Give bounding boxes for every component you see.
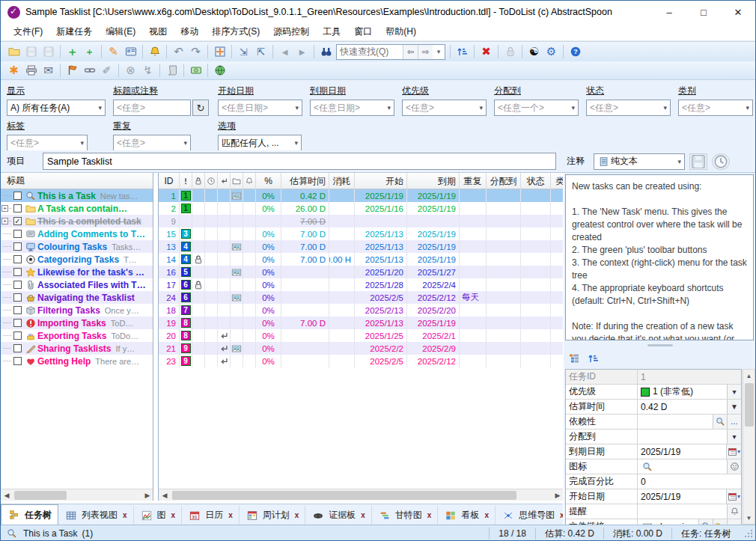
percent-done-value[interactable]: 0 — [638, 474, 741, 489]
close-tab-icon[interactable]: x — [295, 511, 299, 519]
open-tasklist-button[interactable] — [5, 43, 22, 60]
close-tab-icon[interactable]: x — [361, 511, 365, 519]
close-tab-icon[interactable]: x — [427, 511, 432, 519]
menu-item-0[interactable]: 文件(F) — [7, 23, 49, 40]
project-input[interactable] — [43, 153, 556, 170]
task-row-data[interactable]: 16 5 0% 2025/1/20 2025/1/27 — [159, 266, 563, 278]
spinner-icon[interactable]: ▼ — [727, 400, 741, 414]
menu-item-5[interactable]: 排序方式(S) — [205, 23, 266, 40]
find-prev-button[interactable]: ⇦ — [403, 45, 418, 59]
task-row-title[interactable]: Exporting Tasks ToDo… — [1, 329, 153, 342]
close-tab-icon[interactable]: x — [171, 511, 176, 519]
menu-item-6[interactable]: 源码控制 — [266, 23, 316, 40]
tab-weekplan[interactable]: 周计划 x — [240, 506, 306, 525]
smiley-icon[interactable] — [727, 459, 741, 474]
task-checkbox[interactable] — [13, 331, 22, 340]
task-checkbox[interactable] — [13, 344, 22, 352]
calendar-icon[interactable]: ▾ — [726, 444, 741, 459]
scroll-right-icon[interactable]: ▶ — [141, 489, 153, 501]
column-header-category[interactable]: 类别 — [551, 173, 563, 189]
help-button[interactable]: ? — [567, 43, 584, 60]
task-row-title[interactable]: Likewise for the task's … — [1, 266, 153, 278]
task-checkbox[interactable] — [13, 230, 22, 238]
task-row-title[interactable]: + ✓ This is a completed task — [1, 215, 153, 227]
task-row-data[interactable]: 21 9 0% 2025/2/2 2025/2/9 — [159, 342, 563, 355]
redo-button[interactable]: ↷ — [187, 43, 204, 60]
task-row-title[interactable]: Sharing Tasklists If y… — [1, 342, 153, 355]
task-checkbox[interactable] — [13, 357, 22, 365]
web-updates-button[interactable] — [211, 62, 228, 79]
quick-find-dropdown[interactable]: ▾ — [433, 45, 445, 59]
task-checkbox[interactable] — [13, 306, 22, 314]
task-checkbox[interactable] — [13, 204, 22, 213]
new-tasklist-button[interactable]: ✱ — [5, 62, 22, 79]
tab-mindmap[interactable]: 思维导图 x — [496, 506, 563, 525]
print-button[interactable] — [22, 62, 40, 79]
start-date-value[interactable]: 2025/1/19 — [638, 489, 726, 504]
magnifier-icon[interactable] — [698, 519, 713, 525]
filter-tag-select[interactable]: <任意> ▾ — [7, 135, 88, 151]
task-row-data[interactable]: 9 7.00 D — [159, 215, 563, 227]
resize-grip[interactable] — [743, 528, 754, 539]
column-header-due[interactable]: 到期 — [407, 173, 460, 189]
toggle-style-button[interactable]: ☯ — [525, 43, 543, 60]
refresh-icon[interactable]: ↻ — [192, 100, 209, 116]
chevron-down-icon[interactable]: ▾ — [727, 430, 741, 444]
task-row-data[interactable]: 1 1 0% 0.42 D 2025/1/19 2025/1/19 — [159, 189, 563, 202]
column-header-percent[interactable]: % — [256, 173, 281, 189]
chevron-down-icon[interactable]: ▾ — [727, 519, 741, 525]
column-header-estimate[interactable]: 估算时间 — [281, 173, 329, 189]
delete-task-button[interactable]: ✖ — [478, 43, 495, 60]
column-header-folderh[interactable] — [231, 173, 243, 189]
task-row-title[interactable]: Associated Files with T… — [1, 278, 153, 291]
tab-gantt[interactable]: 甘特图 x — [372, 506, 439, 525]
title-column-header[interactable]: 标题 — [1, 173, 153, 189]
menu-item-2[interactable]: 编辑(E) — [99, 23, 142, 40]
tab-evidence-board[interactable]: 证据板 x — [305, 506, 372, 525]
maximize-button[interactable]: □ — [686, 1, 721, 23]
task-checkbox[interactable]: ✓ — [13, 217, 22, 225]
filter-allocto-select[interactable]: <任意一个> ▾ — [494, 100, 579, 116]
due-date-value[interactable]: 2025/1/19 — [638, 444, 726, 459]
filter-title-select[interactable]: <任意> — [113, 100, 191, 116]
scroll-down-icon[interactable]: ▼ — [743, 512, 755, 524]
indent-task-button[interactable]: ⇲ — [235, 43, 252, 60]
cleanup-button[interactable]: ✐ — [98, 62, 115, 79]
edit-task-title-button[interactable]: ✎ — [105, 43, 122, 60]
preferences-button[interactable]: ⚙ — [543, 43, 560, 60]
calendar-icon[interactable]: ▾ — [726, 489, 741, 504]
find-next-button[interactable]: ⇨ — [418, 45, 433, 59]
task-checkbox[interactable] — [13, 281, 22, 289]
task-row-data[interactable]: 17 6 0% 2025/1/28 2025/2/4 — [159, 278, 563, 291]
task-row-data[interactable]: 14 4 0% 7.00 D 0.00 H 2025/1/13 2025/1/1… — [159, 253, 563, 266]
menu-item-4[interactable]: 移动 — [174, 23, 205, 40]
dependency-value[interactable] — [638, 415, 713, 429]
group-attributes-button[interactable] — [567, 351, 582, 366]
filter-priority-select[interactable]: <任意> ▾ — [402, 100, 487, 116]
tree-horizontal-scrollbar[interactable]: ◀ ▶ — [1, 489, 153, 501]
comments-expand-button[interactable] — [712, 153, 730, 170]
filter-status-select[interactable]: <任意> ▾ — [586, 100, 671, 116]
column-header-recurrence[interactable]: 重复 — [460, 173, 487, 189]
column-header-spent[interactable]: 消耗 — [329, 173, 355, 189]
task-attributes-button[interactable] — [122, 43, 139, 60]
prev-task-button[interactable]: ◀ — [276, 43, 293, 60]
menu-item-3[interactable]: 视图 — [142, 23, 174, 40]
tab-tasktree[interactable]: 任务树 — [1, 504, 58, 525]
tab-calendar[interactable]: 31 日历 x — [182, 506, 240, 525]
reminder-value[interactable] — [638, 504, 727, 519]
task-checkbox[interactable] — [13, 293, 22, 302]
task-row-title[interactable]: + A Task can contain… — [1, 202, 153, 215]
task-id-value[interactable]: 1 — [638, 370, 741, 384]
comments-save-button[interactable] — [689, 153, 707, 170]
scroll-right-icon[interactable]: ▶ — [552, 489, 563, 501]
find-tasks-button[interactable] — [317, 43, 335, 60]
columns-horizontal-scrollbar[interactable]: ◀ ▶ — [159, 489, 563, 501]
cancel-all-button[interactable]: ⊗ — [122, 62, 139, 79]
folder-icon[interactable] — [713, 519, 727, 525]
expand-icon[interactable]: + — [1, 205, 8, 212]
task-comments-text[interactable]: New tasks can be created using: 1. The '… — [565, 174, 754, 340]
next-task-button[interactable]: ▶ — [293, 43, 311, 60]
ellipsis-button[interactable]: … — [727, 415, 741, 429]
expand-icon[interactable]: + — [1, 218, 8, 224]
